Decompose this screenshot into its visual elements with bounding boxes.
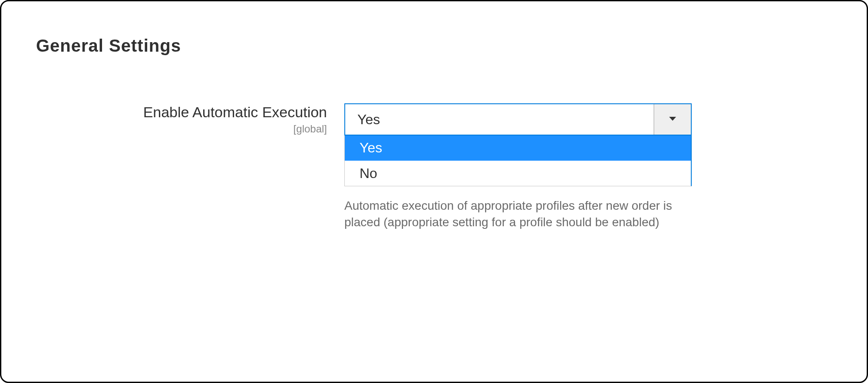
field-row-enable-automatic-execution: Enable Automatic Execution [global] Yes … bbox=[36, 103, 823, 231]
enable-automatic-execution-select[interactable]: Yes bbox=[344, 103, 692, 135]
select-options-list: Yes No bbox=[344, 135, 692, 186]
select-current-value: Yes bbox=[345, 104, 691, 135]
chevron-down-icon bbox=[669, 116, 677, 123]
field-label: Enable Automatic Execution bbox=[143, 104, 327, 120]
field-control-column: Yes Yes No Automatic execution of approp… bbox=[344, 103, 692, 231]
field-scope: [global] bbox=[36, 123, 327, 135]
field-label-column: Enable Automatic Execution [global] bbox=[36, 103, 344, 135]
settings-panel: General Settings Enable Automatic Execut… bbox=[0, 0, 868, 383]
select-toggle-button[interactable] bbox=[653, 104, 691, 135]
field-comment: Automatic execution of appropriate profi… bbox=[344, 198, 692, 231]
select-option-yes[interactable]: Yes bbox=[345, 135, 691, 160]
section-title: General Settings bbox=[36, 36, 823, 56]
select-option-no[interactable]: No bbox=[345, 161, 691, 186]
